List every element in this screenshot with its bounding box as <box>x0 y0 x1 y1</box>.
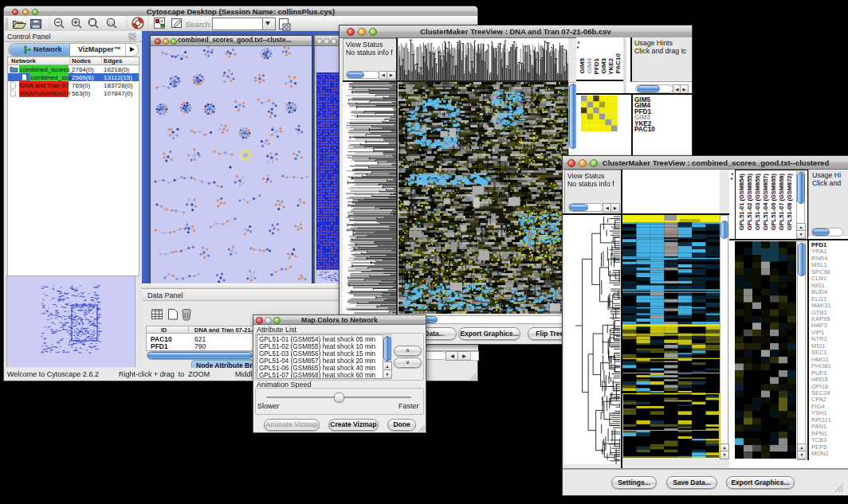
svg-text:1:1: 1:1 <box>108 21 114 25</box>
